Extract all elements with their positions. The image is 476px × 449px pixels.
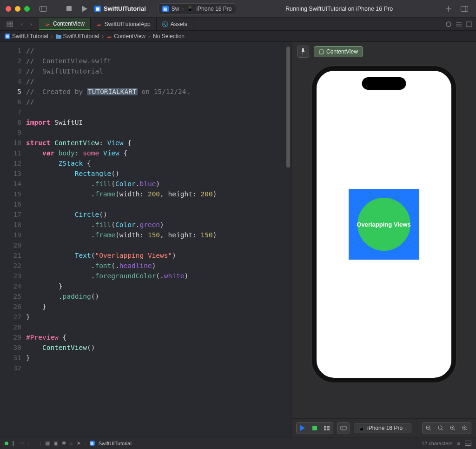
add-tab-button[interactable] [443,4,455,14]
status-text: Running SwiftUITutorial on iPhone 16 Pro [285,6,393,12]
assets-icon [162,21,168,27]
scheme-app-icon: ▦ [162,6,169,12]
device-selector[interactable]: 📱 iPhone 16 Pro ⌵ [354,423,411,433]
location-icon[interactable]: ➤ [77,440,81,446]
zoom-fit-button[interactable] [447,422,459,434]
svg-rect-15 [319,50,324,54]
status-bar: ‖ ⤼ ↓ ↑ | ▦ ▣ ✱ ⟐ ➤ | ▦ SwiftUITutorial … [0,437,476,449]
main-split: 1234567891011121314151617181920212223242… [0,42,476,437]
crumb-label: SwiftUITutorial [63,33,99,40]
tab-label: Assets [171,21,187,27]
editor-options-icon[interactable] [466,21,472,27]
nav-forward-button[interactable]: › [27,20,35,28]
svg-point-10 [164,23,165,24]
memory-graph-icon[interactable]: ▣ [53,440,58,446]
scheme-device-label: iPhone 16 Pro [196,6,231,12]
line-gutter: 1234567891011121314151617181920212223242… [0,42,26,437]
tab-swiftuitutorialapp[interactable]: SwiftUITutorialApp [91,18,157,30]
app-icon: ▦ [5,34,10,39]
preview-canvas[interactable]: Overlapping Views [291,61,476,418]
crumb-folder[interactable]: SwiftUITutorial [56,33,99,40]
run-button[interactable] [79,4,91,14]
stop-button[interactable] [63,4,75,14]
preview-toolbar: 📱 iPhone 16 Pro ⌵ [291,418,476,437]
preview-mode-group [296,422,333,434]
zoom-group [422,422,471,434]
close-window-button[interactable] [6,6,11,12]
nav-back-button[interactable]: ‹ [18,20,26,28]
project-name-label: SwiftUITutorial [104,5,146,12]
pause-debug-icon[interactable]: ‖ [12,440,16,446]
refresh-icon[interactable] [445,21,452,27]
breadcrumb: ▦ SwiftUITutorial › SwiftUITutorial › Co… [0,31,476,42]
device-frame: Overlapping Views [312,66,456,382]
svg-rect-18 [327,426,330,428]
activity-status: Running SwiftUITutorial on iPhone 16 Pro [240,6,439,12]
related-items-icon[interactable] [4,19,16,29]
device-selector-label: iPhone 16 Pro [367,425,403,431]
step-over-icon[interactable]: ⤼ [20,440,24,446]
svg-rect-16 [312,426,317,430]
bottom-panel-icon[interactable] [465,441,471,446]
debug-sep: | [40,441,41,446]
zoom-out-button[interactable] [423,422,435,434]
preview-chip-icon [319,49,324,54]
dynamic-island [362,77,406,90]
minimize-window-button[interactable] [15,6,20,12]
svg-rect-35 [465,441,471,446]
svg-rect-14 [466,22,472,27]
traffic-lights [6,6,30,12]
crumb-label: No Selection [153,33,185,40]
scrollbar-thumb[interactable] [286,47,290,168]
crumb-project[interactable]: ▦ SwiftUITutorial [5,33,48,40]
crumb-label: ContentView [114,33,145,40]
scheme-app-label: Sw [172,6,179,12]
overlap-text: Overlapping Views [357,221,410,228]
library-button[interactable] [458,4,470,14]
variants-button[interactable] [321,422,333,434]
adjust-editor-icon[interactable] [456,21,462,27]
step-out-icon[interactable]: ↑ [34,441,37,446]
svg-rect-2 [66,6,72,11]
crumb-file[interactable]: ContentView [106,33,145,40]
step-into-icon[interactable]: ↓ [27,441,30,446]
device-settings-button[interactable] [337,422,350,434]
pin-preview-button[interactable] [297,46,309,58]
zoom-in-button[interactable] [459,422,471,434]
crumb-selection[interactable]: No Selection [153,33,185,40]
running-indicator-icon [5,442,8,445]
line-endings-icon[interactable]: ≡ [457,441,460,446]
live-preview-button[interactable] [297,422,309,434]
preview-chip[interactable]: ContentView [314,46,363,57]
editor-scrollbar[interactable] [285,42,291,437]
code-area[interactable]: //// ContentView.swift// SwiftUITutorial… [26,42,291,437]
scheme-selector[interactable]: ▦ Sw › 📱 iPhone 16 Pro [158,3,236,14]
project-title[interactable]: ▦ SwiftUITutorial [94,5,146,12]
app-icon: ▦ [90,441,95,446]
svg-rect-5 [7,22,9,24]
svg-rect-21 [341,426,346,430]
swift-icon [45,21,50,27]
phone-icon: 📱 [186,6,193,12]
svg-rect-19 [324,429,326,430]
svg-point-29 [452,427,453,428]
selectable-preview-button[interactable] [309,422,321,434]
tab-assets[interactable]: Assets [157,18,193,30]
simulate-location-icon[interactable]: ⟐ [70,441,73,446]
svg-rect-6 [10,22,13,24]
zoom-reset-button[interactable] [435,422,447,434]
env-overrides-icon[interactable]: ✱ [62,440,66,446]
view-debug-icon[interactable]: ▦ [45,440,50,446]
svg-rect-0 [40,6,47,11]
code-editor[interactable]: 1234567891011121314151617181920212223242… [0,42,291,437]
swift-icon [96,21,102,27]
tab-contentview[interactable]: ContentView [39,18,91,30]
svg-rect-3 [461,6,468,11]
navigator-toggle-icon[interactable] [37,4,49,14]
status-project-label: SwiftUITutorial [99,441,132,446]
tab-label: SwiftUITutorialApp [105,21,151,27]
svg-point-26 [438,426,442,429]
zoom-window-button[interactable] [24,6,30,12]
svg-rect-7 [7,25,9,27]
svg-point-22 [342,428,343,429]
